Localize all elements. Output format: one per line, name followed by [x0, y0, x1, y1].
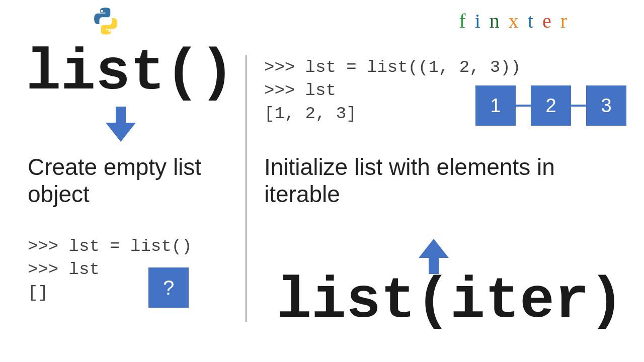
mystery-box-label: ?	[163, 277, 174, 299]
list-node: 1	[475, 85, 516, 126]
finxter-logo: finxter	[459, 9, 576, 33]
brand-letter: r	[560, 10, 576, 32]
column-divider	[246, 55, 247, 322]
brand-letter: f	[459, 10, 474, 32]
brand-letter: n	[490, 10, 509, 32]
list-node: 3	[586, 85, 626, 126]
description-left: Create empty list object	[28, 153, 244, 208]
brand-letter: t	[528, 10, 542, 32]
brand-letter: e	[542, 10, 560, 32]
brand-letter: i	[475, 10, 490, 32]
list-node-connector	[571, 105, 586, 107]
list-node: 2	[531, 85, 571, 126]
description-right: Initialize list with elements in iterabl…	[264, 153, 576, 208]
arrow-down-icon	[106, 107, 136, 142]
heading-list-iter: list(iter)	[277, 268, 624, 334]
mystery-box: ?	[148, 267, 189, 308]
brand-letter: x	[509, 10, 528, 32]
list-node-value: 2	[545, 95, 556, 117]
heading-list-empty: list()	[26, 40, 234, 106]
list-node-value: 3	[601, 95, 611, 117]
list-nodes-diagram: 1 2 3	[475, 85, 626, 126]
list-node-connector	[516, 105, 531, 107]
python-logo-icon	[91, 6, 121, 38]
list-node-value: 1	[490, 95, 501, 117]
